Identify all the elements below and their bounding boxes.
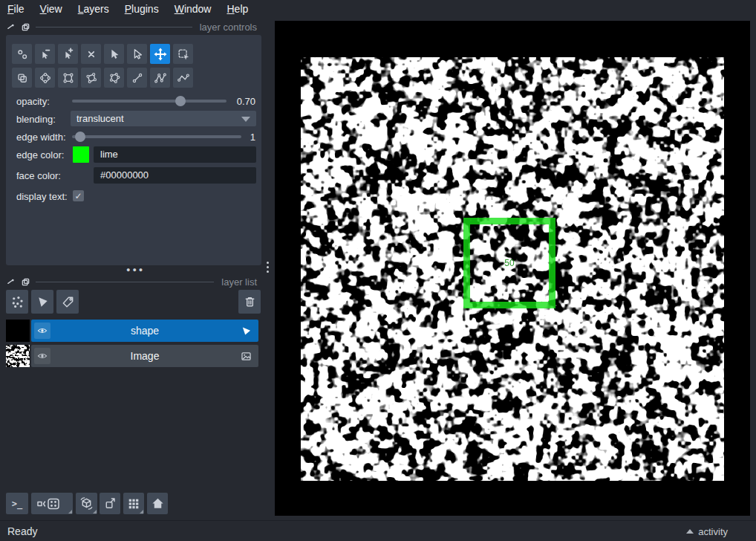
home-reset-view-button[interactable] bbox=[147, 493, 168, 514]
edge-color-swatch[interactable] bbox=[73, 146, 89, 163]
select-cursor-icon bbox=[108, 48, 121, 61]
new-points-layer-button[interactable] bbox=[6, 290, 28, 314]
transpose-icon bbox=[103, 496, 117, 511]
select-vertices-button[interactable] bbox=[12, 44, 32, 64]
duplicate-shape-icon bbox=[16, 71, 29, 85]
layer-name: shape bbox=[31, 320, 258, 342]
home-icon bbox=[151, 496, 165, 511]
checkmark-icon: ✓ bbox=[74, 191, 82, 201]
pan-zoom-button[interactable] bbox=[150, 44, 170, 64]
blending-dropdown[interactable]: translucent bbox=[71, 111, 256, 126]
layer-row-shape[interactable]: shape bbox=[31, 320, 258, 342]
shape-annotation-rectangle[interactable]: 50 bbox=[463, 218, 555, 308]
hide-panel-icon[interactable] bbox=[6, 22, 15, 31]
activity-label: activity bbox=[698, 526, 728, 537]
delete-layer-button[interactable] bbox=[238, 290, 261, 314]
ndisplay-toggle-icon bbox=[36, 496, 68, 511]
vertex-insert-button[interactable] bbox=[58, 44, 78, 64]
ellipse-tool-icon bbox=[39, 71, 52, 85]
line-tool-icon bbox=[131, 71, 144, 85]
menu-layers[interactable]: Layers bbox=[78, 3, 109, 15]
grid-view-button[interactable] bbox=[123, 493, 144, 514]
float-panel-icon[interactable] bbox=[21, 277, 30, 286]
napari-window: File View Layers Plugins Window Help lay… bbox=[0, 0, 756, 541]
header-divider bbox=[36, 282, 214, 282]
console-button[interactable]: >_ bbox=[6, 493, 28, 514]
blending-label: blending: bbox=[16, 114, 56, 125]
direct-select-button[interactable] bbox=[127, 44, 147, 64]
console-icon: >_ bbox=[12, 499, 22, 509]
roll-cube-icon bbox=[79, 496, 94, 511]
vertical-splitter-handle[interactable] bbox=[267, 262, 269, 273]
float-panel-icon[interactable] bbox=[21, 22, 30, 31]
add-polyline-button[interactable] bbox=[173, 68, 193, 88]
transform-button[interactable] bbox=[173, 44, 193, 64]
layer-controls-header: layer controls bbox=[0, 21, 264, 33]
add-polygon-lasso-button[interactable] bbox=[104, 68, 124, 88]
select-vertices-icon bbox=[16, 48, 29, 61]
direct-select-cursor-icon bbox=[131, 48, 144, 61]
shape-layer-thumbnail bbox=[6, 320, 30, 342]
opacity-slider[interactable] bbox=[72, 100, 227, 103]
trash-icon bbox=[243, 295, 257, 309]
duplicate-shape-button[interactable] bbox=[12, 68, 32, 88]
new-labels-layer-button[interactable] bbox=[56, 290, 79, 314]
menu-plugins[interactable]: Plugins bbox=[125, 3, 159, 15]
layer-list-header: layer list bbox=[0, 276, 264, 288]
hide-panel-icon[interactable] bbox=[6, 277, 15, 286]
horizontal-splitter-handle[interactable]: ●●● bbox=[126, 266, 145, 273]
vertex-remove-icon bbox=[39, 48, 52, 61]
edge-width-value: 1 bbox=[223, 132, 255, 143]
activity-button[interactable]: activity bbox=[686, 526, 728, 537]
shape-tools-row-2 bbox=[12, 68, 193, 88]
vertex-insert-icon bbox=[62, 48, 75, 61]
status-message: Ready bbox=[7, 525, 37, 537]
layer-list-title: layer list bbox=[221, 276, 257, 288]
shape-tools-row-1 bbox=[12, 44, 193, 64]
menu-help[interactable]: Help bbox=[227, 3, 248, 15]
edge-color-input[interactable]: lime bbox=[94, 146, 256, 163]
edge-width-label: edge width: bbox=[16, 132, 66, 143]
pan-arrows-icon bbox=[154, 48, 167, 61]
layer-controls-title: layer controls bbox=[200, 22, 257, 33]
face-color-input[interactable]: #00000000 bbox=[94, 167, 256, 184]
display-text-checkbox[interactable]: ✓ bbox=[73, 190, 84, 201]
grid-icon bbox=[127, 497, 140, 511]
corner-menu-indicator bbox=[140, 510, 143, 514]
add-polygon-button[interactable] bbox=[81, 68, 101, 88]
polyline-tool-icon bbox=[177, 71, 190, 85]
image-layer-thumbnail bbox=[6, 345, 30, 367]
menu-bar: File View Layers Plugins Window Help bbox=[0, 0, 756, 18]
toggle-2d-3d-button[interactable] bbox=[31, 493, 73, 514]
opacity-label: opacity: bbox=[16, 96, 50, 107]
select-shape-button[interactable] bbox=[104, 44, 124, 64]
layer-name: Image bbox=[31, 345, 258, 367]
opacity-value: 0.70 bbox=[223, 96, 255, 107]
layer-row-image[interactable]: Image bbox=[31, 345, 258, 367]
viewer-canvas[interactable]: 50 bbox=[275, 21, 750, 516]
points-layer-icon bbox=[10, 295, 25, 309]
delete-shape-button[interactable] bbox=[81, 44, 101, 64]
layer-controls-panel: opacity: 0.70 blending: translucent edge… bbox=[6, 35, 261, 265]
add-rectangle-button[interactable] bbox=[58, 68, 78, 88]
opacity-slider-handle[interactable] bbox=[175, 96, 186, 106]
menu-window[interactable]: Window bbox=[175, 3, 212, 15]
shapes-layer-icon bbox=[36, 295, 50, 309]
transpose-dimensions-button[interactable] bbox=[100, 493, 120, 514]
polygon-lasso-tool-icon bbox=[108, 71, 121, 85]
face-color-swatch[interactable] bbox=[73, 167, 89, 184]
edge-width-slider-handle[interactable] bbox=[75, 132, 85, 142]
add-ellipse-button[interactable] bbox=[35, 68, 55, 88]
roll-dimensions-button[interactable] bbox=[76, 493, 97, 514]
menu-file[interactable]: File bbox=[7, 3, 25, 15]
add-path-button[interactable] bbox=[150, 68, 170, 88]
vertex-remove-button[interactable] bbox=[35, 44, 55, 64]
new-shapes-layer-button[interactable] bbox=[31, 290, 53, 314]
chevron-up-icon bbox=[686, 529, 694, 534]
menu-view[interactable]: View bbox=[40, 3, 62, 15]
edge-width-slider[interactable] bbox=[72, 135, 241, 138]
header-divider bbox=[36, 27, 192, 27]
shapes-layer-type-icon bbox=[238, 323, 253, 338]
add-line-button[interactable] bbox=[127, 68, 147, 88]
blending-selected-value: translucent bbox=[76, 113, 124, 124]
